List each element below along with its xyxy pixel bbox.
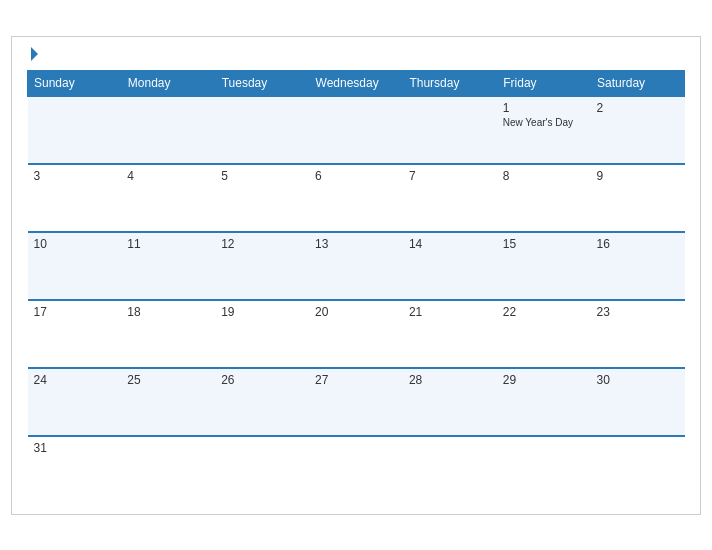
- holiday-label: New Year's Day: [503, 117, 585, 128]
- calendar-cell: 12: [215, 232, 309, 300]
- calendar-cell: 13: [309, 232, 403, 300]
- calendar-cell: 27: [309, 368, 403, 436]
- day-number: 31: [34, 441, 116, 455]
- calendar-cell: 20: [309, 300, 403, 368]
- calendar-cell: [403, 436, 497, 504]
- calendar-cell: 8: [497, 164, 591, 232]
- calendar-grid: SundayMondayTuesdayWednesdayThursdayFrid…: [27, 70, 685, 504]
- calendar-cell: 17: [28, 300, 122, 368]
- day-number: 7: [409, 169, 491, 183]
- day-number: 16: [597, 237, 679, 251]
- week-row-1: 1New Year's Day2: [28, 96, 685, 164]
- calendar-cell: [215, 436, 309, 504]
- calendar-cell: 25: [121, 368, 215, 436]
- day-number: 24: [34, 373, 116, 387]
- day-number: 11: [127, 237, 209, 251]
- week-row-2: 3456789: [28, 164, 685, 232]
- calendar-cell: 11: [121, 232, 215, 300]
- calendar-cell: 19: [215, 300, 309, 368]
- week-row-5: 24252627282930: [28, 368, 685, 436]
- day-number: 15: [503, 237, 585, 251]
- week-row-3: 10111213141516: [28, 232, 685, 300]
- day-number: 8: [503, 169, 585, 183]
- day-number: 12: [221, 237, 303, 251]
- calendar-cell: 30: [591, 368, 685, 436]
- day-number: 6: [315, 169, 397, 183]
- calendar-cell: 28: [403, 368, 497, 436]
- calendar-cell: 15: [497, 232, 591, 300]
- calendar-cell: 1New Year's Day: [497, 96, 591, 164]
- calendar-cell: 29: [497, 368, 591, 436]
- day-number: 20: [315, 305, 397, 319]
- calendar-cell: 14: [403, 232, 497, 300]
- calendar-cell: 21: [403, 300, 497, 368]
- day-number: 26: [221, 373, 303, 387]
- weekday-header-friday: Friday: [497, 70, 591, 96]
- calendar-cell: 24: [28, 368, 122, 436]
- calendar-cell: [309, 96, 403, 164]
- week-row-6: 31: [28, 436, 685, 504]
- day-number: 3: [34, 169, 116, 183]
- calendar-cell: 23: [591, 300, 685, 368]
- calendar-cell: 22: [497, 300, 591, 368]
- logo-blue-text: [27, 47, 38, 62]
- day-number: 4: [127, 169, 209, 183]
- day-number: 14: [409, 237, 491, 251]
- calendar-cell: 2: [591, 96, 685, 164]
- day-number: 23: [597, 305, 679, 319]
- day-number: 22: [503, 305, 585, 319]
- weekday-header-saturday: Saturday: [591, 70, 685, 96]
- weekday-header-monday: Monday: [121, 70, 215, 96]
- calendar-header: [27, 47, 685, 62]
- week-row-4: 17181920212223: [28, 300, 685, 368]
- day-number: 30: [597, 373, 679, 387]
- calendar-cell: 26: [215, 368, 309, 436]
- day-number: 5: [221, 169, 303, 183]
- weekday-header-tuesday: Tuesday: [215, 70, 309, 96]
- weekday-header-wednesday: Wednesday: [309, 70, 403, 96]
- calendar-cell: [591, 436, 685, 504]
- day-number: 27: [315, 373, 397, 387]
- day-number: 13: [315, 237, 397, 251]
- calendar-cell: [309, 436, 403, 504]
- day-number: 10: [34, 237, 116, 251]
- calendar-container: SundayMondayTuesdayWednesdayThursdayFrid…: [11, 36, 701, 515]
- calendar-cell: [28, 96, 122, 164]
- day-number: 25: [127, 373, 209, 387]
- weekday-header-thursday: Thursday: [403, 70, 497, 96]
- calendar-cell: 7: [403, 164, 497, 232]
- day-number: 9: [597, 169, 679, 183]
- day-number: 2: [597, 101, 679, 115]
- day-number: 18: [127, 305, 209, 319]
- day-number: 29: [503, 373, 585, 387]
- calendar-cell: [121, 436, 215, 504]
- day-number: 1: [503, 101, 585, 115]
- calendar-cell: 4: [121, 164, 215, 232]
- day-number: 17: [34, 305, 116, 319]
- day-number: 19: [221, 305, 303, 319]
- calendar-cell: 16: [591, 232, 685, 300]
- calendar-cell: 31: [28, 436, 122, 504]
- calendar-cell: [403, 96, 497, 164]
- calendar-cell: 18: [121, 300, 215, 368]
- calendar-cell: 9: [591, 164, 685, 232]
- calendar-cell: 6: [309, 164, 403, 232]
- day-number: 21: [409, 305, 491, 319]
- calendar-cell: 3: [28, 164, 122, 232]
- calendar-cell: [121, 96, 215, 164]
- weekday-header-sunday: Sunday: [28, 70, 122, 96]
- weekday-header-row: SundayMondayTuesdayWednesdayThursdayFrid…: [28, 70, 685, 96]
- day-number: 28: [409, 373, 491, 387]
- calendar-cell: 5: [215, 164, 309, 232]
- logo: [27, 47, 38, 62]
- calendar-cell: [497, 436, 591, 504]
- calendar-cell: [215, 96, 309, 164]
- calendar-cell: 10: [28, 232, 122, 300]
- logo-triangle-icon: [31, 47, 38, 61]
